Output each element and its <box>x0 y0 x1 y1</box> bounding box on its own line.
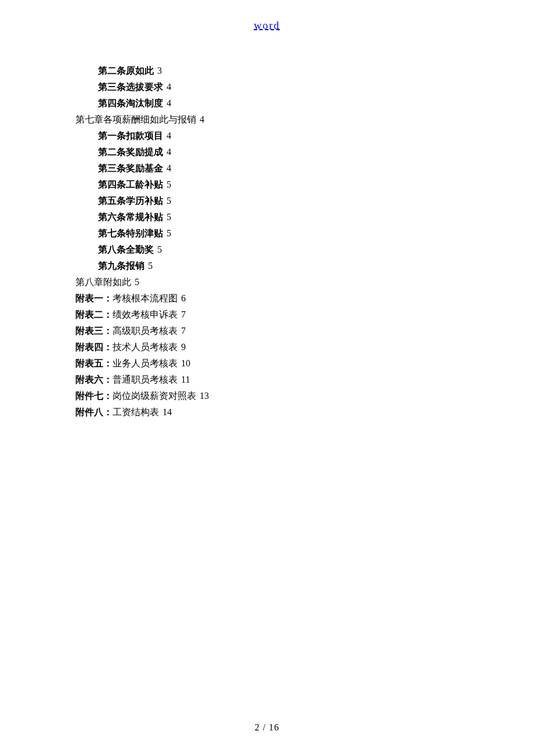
toc-line: 第二条原如此 3 <box>75 63 488 79</box>
toc-line-label: 附表一： <box>75 293 113 303</box>
toc-line: 第一条扣款项目 4 <box>75 128 488 144</box>
toc-line-page: 7 <box>179 326 186 336</box>
toc-line-label: 附表四： <box>75 342 113 352</box>
toc-line-label: 附表五： <box>75 358 113 368</box>
toc-line-page: 5 <box>132 277 139 287</box>
toc-line-page: 14 <box>160 407 172 417</box>
toc-line-page: 5 <box>146 261 153 271</box>
toc-line: 第八章附如此 5 <box>75 274 488 290</box>
toc-line: 第七章各项薪酬细如此与报销 4 <box>75 111 488 128</box>
toc-line-page: 5 <box>164 179 171 189</box>
toc-line-text: 考核根本流程图 <box>113 293 178 303</box>
toc-line-page: 10 <box>179 358 190 368</box>
toc-line: 第三条奖励基金 4 <box>75 160 488 177</box>
toc-line-page: 6 <box>179 293 186 303</box>
toc-line-page: 5 <box>164 212 171 222</box>
toc-line-page: 4 <box>164 82 171 92</box>
toc-line: 附件七：岗位岗级薪资对照表 13 <box>75 388 488 404</box>
toc-line: 附表二：绩效考核申诉表 7 <box>75 307 488 323</box>
toc-line-text: 普通职员考核表 <box>113 375 178 384</box>
document-header: word <box>0 20 534 32</box>
toc-line: 附表三：高级职员考核表 7 <box>75 323 488 339</box>
toc-line-text: 绩效考核申诉表 <box>113 309 178 319</box>
toc-line-text: 第二条原如此 <box>98 66 154 75</box>
page-footer: 2 / 16 <box>0 722 534 733</box>
toc-line: 第四条工龄补贴 5 <box>75 177 488 193</box>
toc-line-text: 第一条扣款项目 <box>98 131 163 141</box>
toc-line-label: 附表六： <box>75 375 113 384</box>
toc-line-page: 4 <box>164 131 171 141</box>
toc-line: 第六条常规补贴 5 <box>75 209 488 225</box>
toc-line-text: 第三条选拔要求 <box>98 82 163 92</box>
toc-line: 第二条奖励提成 4 <box>75 144 488 160</box>
toc-line: 附表六：普通职员考核表 11 <box>75 372 488 388</box>
toc-line-page: 4 <box>164 163 171 173</box>
toc-line-text: 第四条工龄补贴 <box>98 179 163 189</box>
toc-line-text: 第六条常规补贴 <box>98 212 163 222</box>
toc-line-label: 附表三： <box>75 326 113 336</box>
toc-line-page: 4 <box>197 114 204 124</box>
toc-line: 附表一：考核根本流程图 6 <box>75 290 488 307</box>
toc-line-page: 9 <box>179 342 186 352</box>
toc-line-text: 技术人员考核表 <box>113 342 178 352</box>
toc-line: 附表四：技术人员考核表 9 <box>75 339 488 355</box>
toc-line-page: 5 <box>164 228 171 238</box>
toc-line-text: 第八条全勤奖 <box>98 244 154 254</box>
toc-line-text: 第三条奖励基金 <box>98 163 163 173</box>
toc-line: 第九条报销 5 <box>75 258 488 274</box>
toc-line: 第四条淘汰制度 4 <box>75 95 488 111</box>
toc-line-page: 5 <box>164 196 171 206</box>
toc-line-text: 第八章附如此 <box>75 277 131 287</box>
toc-line-label: 附件七： <box>75 391 113 401</box>
toc-line-page: 4 <box>164 98 171 108</box>
toc-line-text: 第五条学历补贴 <box>98 196 163 206</box>
toc-line: 第七条特别津贴 5 <box>75 225 488 242</box>
toc-line-page: 4 <box>164 147 171 157</box>
toc-line-page: 7 <box>179 309 186 319</box>
toc-line-text: 第二条奖励提成 <box>98 147 163 157</box>
toc-content: 第二条原如此 3第三条选拔要求 4第四条淘汰制度 4第七章各项薪酬细如此与报销 … <box>75 63 488 420</box>
toc-line-page: 11 <box>179 375 190 384</box>
toc-line-page: 5 <box>155 244 162 254</box>
toc-line: 第八条全勤奖 5 <box>75 242 488 258</box>
toc-line: 第五条学历补贴 5 <box>75 193 488 209</box>
toc-line-text: 第七章各项薪酬细如此与报销 <box>75 114 196 124</box>
toc-line-label: 附表二： <box>75 309 113 319</box>
toc-line: 附表五：业务人员考核表 10 <box>75 355 488 372</box>
toc-line-text: 岗位岗级薪资对照表 <box>113 391 196 401</box>
toc-line-text: 工资结构表 <box>113 407 159 417</box>
toc-line: 附件八：工资结构表 14 <box>75 404 488 420</box>
toc-line-text: 第七条特别津贴 <box>98 228 163 238</box>
toc-line: 第三条选拔要求 4 <box>75 79 488 95</box>
toc-line-label: 附件八： <box>75 407 113 417</box>
toc-line-page: 13 <box>197 391 209 401</box>
toc-line-text: 业务人员考核表 <box>113 358 178 368</box>
toc-line-text: 高级职员考核表 <box>113 326 178 336</box>
toc-line-text: 第九条报销 <box>98 261 145 271</box>
toc-line-page: 3 <box>155 66 162 75</box>
toc-line-text: 第四条淘汰制度 <box>98 98 163 108</box>
